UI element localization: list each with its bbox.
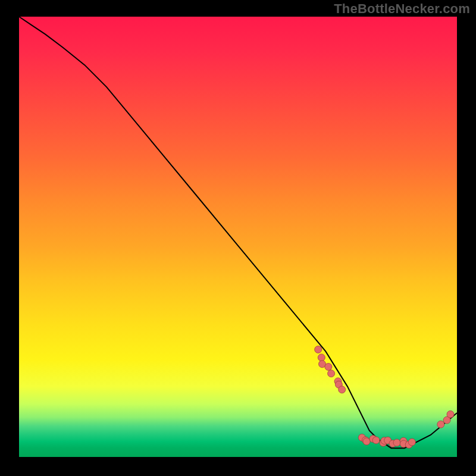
- data-point: [318, 354, 325, 361]
- chart-frame: TheBottleNecker.com: [0, 0, 476, 476]
- curve-layer: [19, 17, 457, 457]
- data-point: [325, 364, 332, 371]
- data-point: [328, 370, 335, 377]
- data-point: [408, 439, 415, 446]
- data-point: [315, 346, 322, 353]
- data-point: [437, 421, 444, 428]
- watermark-text: TheBottleNecker.com: [334, 1, 470, 17]
- bottleneck-curve: [19, 17, 457, 448]
- plot-area: [19, 17, 457, 457]
- data-point: [363, 438, 370, 445]
- data-point: [447, 411, 454, 418]
- data-point: [372, 437, 380, 444]
- data-point: [339, 386, 346, 393]
- data-point: [393, 439, 400, 446]
